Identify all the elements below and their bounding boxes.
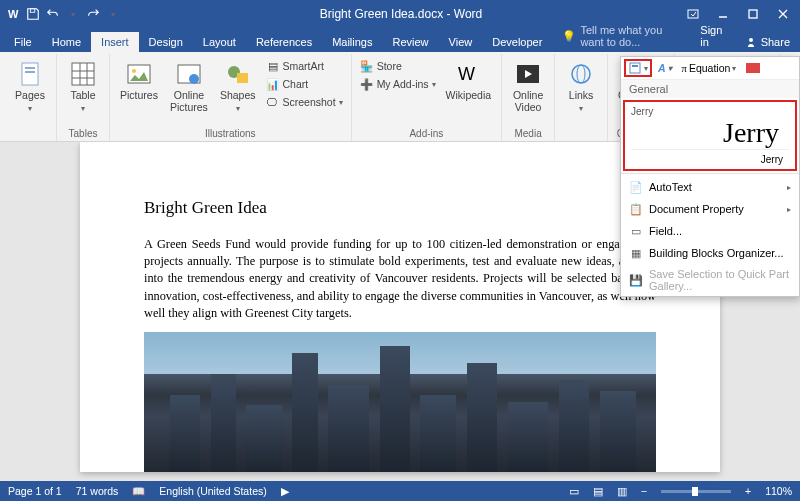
table-button[interactable]: Table▾ [63,58,103,115]
group-illustrations: Pictures Online Pictures Shapes▾ ▤SmartA… [110,54,352,141]
print-layout-icon[interactable]: ▤ [593,485,603,497]
pages-button[interactable]: Pages▾ [10,58,50,115]
svg-point-16 [132,69,136,73]
save-icon[interactable] [24,5,42,23]
equation-button[interactable]: π Equation ▾ [679,60,740,76]
screenshot-icon: 🖵 [266,95,280,109]
tab-file[interactable]: File [4,32,42,52]
tab-design[interactable]: Design [139,32,193,52]
chart-button[interactable]: 📊Chart [264,76,345,92]
save-selection-menuitem: 💾Save Selection to Quick Part Gallery... [621,264,799,296]
online-video-button[interactable]: Online Video [508,58,548,115]
share-icon [745,36,757,48]
spellcheck-icon[interactable]: 📖 [132,485,145,498]
language-status[interactable]: English (United States) [159,485,266,497]
maximize-icon[interactable] [740,4,766,24]
quickparts-preview-jerry[interactable]: Jerry Jerry Jerry [623,100,797,171]
chart-icon: 📊 [266,77,280,91]
tab-developer[interactable]: Developer [482,32,552,52]
wordart-button[interactable]: A▾ [655,60,675,76]
read-mode-icon[interactable]: ▭ [569,485,579,497]
illustrations-group-label: Illustrations [205,126,256,141]
undo-dropdown[interactable]: ▾ [64,5,82,23]
pi-icon: π [682,63,687,74]
video-icon [514,60,542,88]
zoom-slider[interactable] [661,490,731,493]
group-media: Online Video Media [502,54,555,141]
tab-insert[interactable]: Insert [91,32,139,52]
document-property-menuitem[interactable]: 📋Document Property▸ [621,198,799,220]
group-pages: Pages▾ [4,54,57,141]
macro-status-icon[interactable]: ▶ [281,485,289,497]
save-selection-icon: 💾 [629,273,643,287]
document-heading: Bright Green Idea [144,198,656,218]
online-pictures-icon [175,60,203,88]
shapes-icon [224,60,252,88]
web-layout-icon[interactable]: ▥ [617,485,627,497]
pages-icon [16,60,44,88]
my-addins-button[interactable]: ➕My Add-ins ▾ [358,76,438,92]
tables-group-label: Tables [69,126,98,141]
svg-point-18 [189,74,199,84]
zoom-level[interactable]: 110% [765,485,792,497]
tab-mailings[interactable]: Mailings [322,32,382,52]
tab-review[interactable]: Review [383,32,439,52]
group-addins: 🏪Store ➕My Add-ins ▾ W Wikipedia Add-ins [352,54,502,141]
pictures-icon [125,60,153,88]
sign-in-link[interactable]: Sign in [690,20,734,52]
close-icon[interactable] [770,4,796,24]
screenshot-button[interactable]: 🖵Screenshot ▾ [264,94,345,110]
svg-rect-20 [237,73,248,83]
tab-layout[interactable]: Layout [193,32,246,52]
autotext-menuitem[interactable]: 📄AutoText▸ [621,176,799,198]
docprop-icon: 📋 [629,202,643,216]
table-icon [69,60,97,88]
quick-access-toolbar: W ▾ ▾ [4,5,122,23]
undo-icon[interactable] [44,5,62,23]
ribbon-tabs: File Home Insert Design Layout Reference… [0,28,800,52]
share-button[interactable]: Share [735,32,800,52]
lightbulb-icon: 💡 [562,30,576,43]
tab-references[interactable]: References [246,32,322,52]
unknown-red-item[interactable] [743,60,763,76]
svg-text:W: W [8,8,19,20]
quick-parts-button[interactable]: ▾ [625,60,651,76]
online-pictures-button[interactable]: Online Pictures [166,58,212,115]
wikipedia-icon: W [454,60,482,88]
field-icon: ▭ [629,224,643,238]
page-status[interactable]: Page 1 of 1 [8,485,62,497]
signature-preview: Jerry [631,117,789,149]
quick-parts-dropdown: ▾ A▾ π Equation ▾ General Jerry Jerry Je… [620,56,800,297]
tab-view[interactable]: View [439,32,483,52]
svg-rect-3 [688,10,698,18]
store-button[interactable]: 🏪Store [358,58,438,74]
shapes-button[interactable]: Shapes▾ [216,58,260,115]
svg-rect-9 [25,71,35,73]
links-button[interactable]: Links▾ [561,58,601,115]
pictures-button[interactable]: Pictures [116,58,162,104]
statusbar: Page 1 of 1 71 words 📖 English (United S… [0,481,800,501]
svg-rect-8 [25,67,35,69]
word-count[interactable]: 71 words [76,485,119,497]
tell-me-search[interactable]: 💡 Tell me what you want to do... [552,20,690,52]
svg-text:W: W [458,64,475,84]
document-body: A Green Seeds Fund would provide funding… [144,236,656,322]
svg-rect-10 [72,63,94,85]
smartart-button[interactable]: ▤SmartArt [264,58,345,74]
svg-point-23 [572,65,590,83]
field-menuitem[interactable]: ▭Field... [621,220,799,242]
tab-home[interactable]: Home [42,32,91,52]
addins-group-label: Add-ins [409,126,443,141]
media-group-label: Media [514,126,541,141]
building-blocks-organizer-menuitem[interactable]: ▦Building Blocks Organizer... [621,242,799,264]
window-title: Bright Green Idea.docx - Word [122,7,680,21]
qat-customize-dropdown[interactable]: ▾ [104,5,122,23]
redo-icon[interactable] [84,5,102,23]
wikipedia-button[interactable]: W Wikipedia [442,58,496,104]
svg-rect-7 [22,63,38,85]
group-links: Links▾ [555,54,608,141]
smartart-icon: ▤ [266,59,280,73]
zoom-in-icon[interactable]: + [745,485,751,497]
zoom-out-icon[interactable]: − [641,485,647,497]
svg-rect-28 [632,65,638,67]
